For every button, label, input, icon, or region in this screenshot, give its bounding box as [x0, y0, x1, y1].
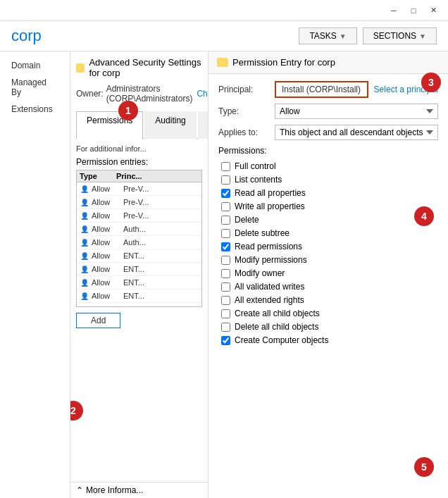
perm-type: Allow: [92, 292, 123, 300]
checkbox-modify-owner[interactable]: [221, 269, 230, 278]
applies-select[interactable]: This object and all descendant objects: [275, 125, 438, 140]
list-item: Delete all child objects: [221, 322, 438, 332]
advanced-security-header: Advanced Security Settings for corp: [76, 57, 202, 78]
callout-5: 5: [414, 457, 434, 477]
checkbox-delete-subtree[interactable]: [221, 229, 230, 238]
perm-principal: ENT...: [123, 278, 144, 287]
perm-type: Allow: [92, 185, 123, 193]
checkbox-label: Delete all child objects: [235, 322, 318, 332]
checkbox-label: Delete subtree: [235, 228, 290, 238]
permission-list[interactable]: Type Princ... 👤 Allow Pre-V... 👤 Allow P…: [76, 170, 202, 307]
dialog-header: Permission Entry for corp: [209, 51, 448, 74]
user-icon: 👤: [80, 184, 89, 194]
list-item: List contents: [221, 175, 438, 185]
type-row: Type: Allow: [218, 104, 438, 119]
callout-2: 2: [70, 401, 83, 421]
checkbox-all-extended-rights[interactable]: [221, 296, 230, 305]
applies-row: Applies to: This object and all descenda…: [218, 125, 438, 140]
list-item: Create Computer objects: [221, 335, 438, 345]
user-icon: 👤: [80, 237, 89, 247]
principal-row: Principal: Install (CORP\Install) Select…: [218, 81, 438, 98]
callout-4: 4: [414, 206, 434, 226]
sidebar-item-extensions[interactable]: Extensions: [0, 101, 70, 118]
table-row[interactable]: 👤 Allow Pre-V...: [77, 209, 201, 223]
table-row[interactable]: 👤 Allow ENT...: [77, 249, 201, 263]
checkbox-list-contents[interactable]: [221, 175, 230, 185]
checkbox-label: Create all child objects: [235, 309, 320, 318]
table-row[interactable]: 👤 Allow Pre-V...: [77, 182, 201, 196]
perm-type: Allow: [92, 238, 123, 247]
table-row[interactable]: 👤 Allow ENT...: [77, 290, 201, 303]
checkbox-read-all-properties[interactable]: [221, 189, 230, 198]
user-icon: 👤: [80, 211, 89, 220]
principal-value: Install (CORP\Install): [275, 81, 368, 98]
right-panel: Permission Entry for corp Principal: Ins…: [209, 51, 448, 498]
list-item: Delete subtree: [221, 228, 438, 238]
principal-label: Principal:: [218, 85, 275, 94]
perms-section-label: Permissions:: [218, 146, 438, 156]
col-type: Type: [80, 172, 116, 180]
checkbox-label: Read all properties: [235, 188, 306, 198]
checkbox-modify-permissions[interactable]: [221, 256, 230, 265]
table-row[interactable]: 👤 Allow ENT...: [77, 276, 201, 290]
tasks-button[interactable]: TASKS ▼: [299, 27, 356, 44]
checkbox-label: Modify permissions: [235, 255, 307, 265]
checkbox-all-validated-writes[interactable]: [221, 282, 230, 292]
perm-entries-label: Permission entries:: [76, 157, 202, 167]
checkbox-write-all-properties[interactable]: [221, 202, 230, 211]
info-text: For additional infor...: [76, 144, 202, 153]
list-item: Modify permissions: [221, 255, 438, 265]
checkbox-label: All validated writes: [235, 282, 304, 292]
user-icon: 👤: [80, 278, 89, 287]
checkbox-delete[interactable]: [221, 216, 230, 225]
type-label: Type:: [218, 106, 275, 116]
tasks-chevron-icon: ▼: [340, 32, 347, 40]
close-button[interactable]: ✕: [424, 4, 442, 17]
app-header: corp TASKS ▼ SECTIONS ▼: [0, 21, 448, 51]
table-row[interactable]: 👤 Allow Auth...: [77, 223, 201, 236]
minimize-button[interactable]: ─: [385, 4, 403, 17]
table-row[interactable]: 👤 Allow Auth...: [77, 236, 201, 249]
tab-effective-access[interactable]: Effective Access: [198, 111, 209, 139]
type-select[interactable]: Allow: [275, 104, 438, 119]
sidebar-item-managed-by[interactable]: Managed By: [0, 74, 70, 101]
list-item: All extended rights: [221, 295, 438, 305]
maximize-button[interactable]: □: [404, 4, 423, 17]
header-buttons: TASKS ▼ SECTIONS ▼: [299, 27, 437, 44]
owner-change-link[interactable]: Change: [197, 89, 209, 99]
table-row[interactable]: 👤 Allow Pre-V...: [77, 196, 201, 209]
dialog-folder-icon: [217, 58, 228, 67]
perm-type: Allow: [92, 211, 123, 220]
list-item: Write all properties: [221, 201, 438, 211]
tab-auditing[interactable]: Auditing: [144, 111, 196, 139]
add-button[interactable]: Add: [76, 313, 120, 328]
checkbox-list: Full control List contents Read all prop…: [218, 161, 438, 345]
sidebar-item-domain[interactable]: Domain: [0, 57, 70, 74]
user-icon: 👤: [80, 251, 89, 261]
checkbox-label: Modify owner: [235, 268, 285, 278]
main-content: Advanced Security Settings for corp Owne…: [70, 51, 448, 498]
checkbox-full-control[interactable]: [221, 162, 230, 171]
owner-label: Owner:: [76, 89, 104, 99]
applies-label: Applies to:: [218, 127, 275, 137]
left-panel: Advanced Security Settings for corp Owne…: [70, 51, 209, 498]
checkbox-read-permissions[interactable]: [221, 242, 230, 251]
checkbox-create-computer[interactable]: [221, 336, 230, 345]
perm-principal: ENT...: [123, 292, 144, 300]
more-info[interactable]: ⌃ More Informa...: [70, 482, 208, 498]
main-window: ─ □ ✕ corp TASKS ▼ SECTIONS ▼ Domain Man…: [0, 0, 448, 498]
list-item: Read all properties: [221, 188, 438, 198]
callout-1: 1: [118, 101, 138, 120]
checkbox-delete-all-child[interactable]: [221, 323, 230, 332]
perm-type: Allow: [92, 225, 123, 233]
sections-button[interactable]: SECTIONS ▼: [363, 27, 437, 44]
list-item: Modify owner: [221, 268, 438, 278]
checkbox-create-all-child[interactable]: [221, 309, 230, 318]
checkbox-label: Full control: [235, 161, 276, 171]
table-row[interactable]: 👤 Allow ENT...: [77, 263, 201, 276]
perm-type: Allow: [92, 278, 123, 287]
title-bar: ─ □ ✕: [0, 0, 448, 21]
folder-icon: [76, 63, 85, 73]
list-item: Create all child objects: [221, 309, 438, 318]
checkbox-label: All extended rights: [235, 295, 304, 305]
